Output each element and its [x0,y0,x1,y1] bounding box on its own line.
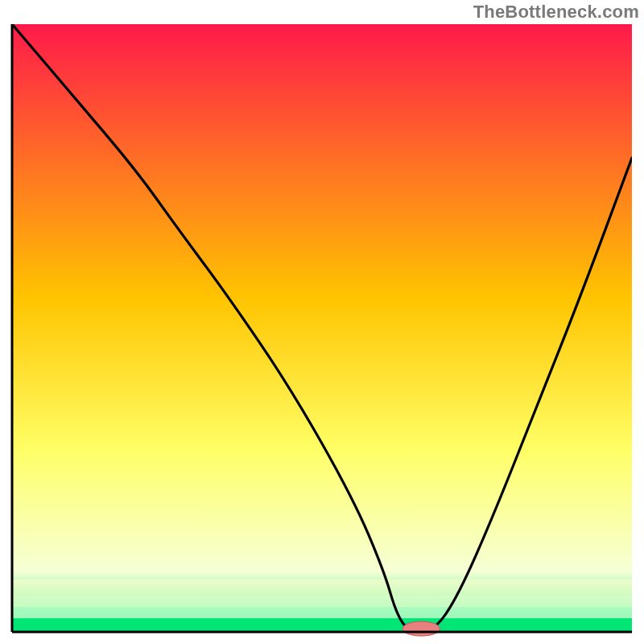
bottom-banding [12,580,632,632]
bottleneck-chart [0,0,644,644]
svg-rect-3 [12,607,632,618]
trough-marker [402,621,440,636]
svg-rect-1 [12,580,632,596]
watermark-text: TheBottleneck.com [473,2,639,23]
svg-rect-2 [12,596,632,607]
plot-background [12,24,632,632]
svg-rect-4 [12,618,632,632]
chart-container: TheBottleneck.com [0,0,644,644]
